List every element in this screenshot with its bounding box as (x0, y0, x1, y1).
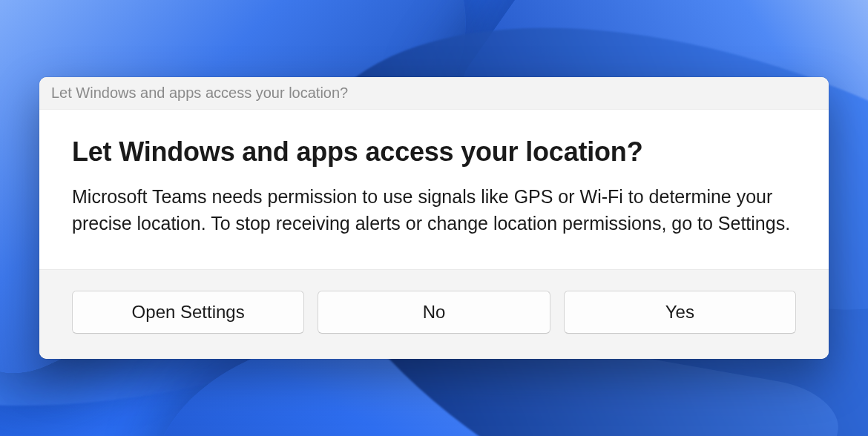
dialog-titlebar-text: Let Windows and apps access your locatio… (51, 85, 348, 102)
dialog-footer: Open Settings No Yes (39, 269, 829, 359)
dialog-heading: Let Windows and apps access your locatio… (72, 136, 796, 168)
dialog-titlebar[interactable]: Let Windows and apps access your locatio… (39, 77, 829, 110)
yes-button[interactable]: Yes (564, 291, 796, 334)
location-permission-dialog: Let Windows and apps access your locatio… (39, 77, 829, 359)
open-settings-button[interactable]: Open Settings (72, 291, 304, 334)
no-button[interactable]: No (318, 291, 550, 334)
dialog-content: Let Windows and apps access your locatio… (39, 110, 829, 269)
dialog-body-text: Microsoft Teams needs permission to use … (72, 184, 796, 237)
